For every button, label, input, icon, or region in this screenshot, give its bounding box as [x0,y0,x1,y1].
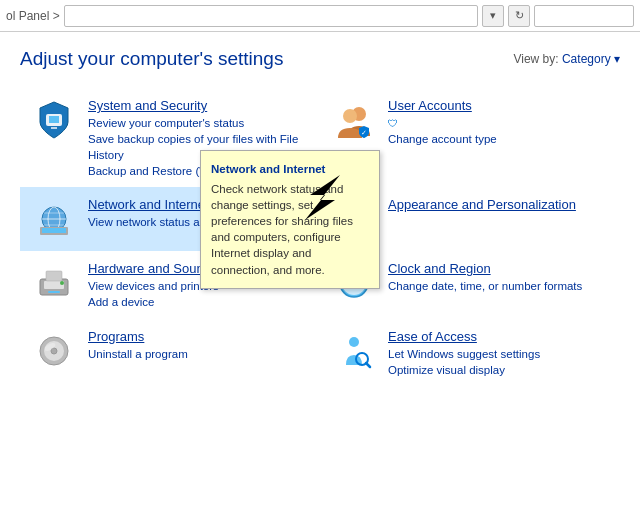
programs-name[interactable]: Programs [88,329,310,344]
svg-point-4 [343,109,357,123]
user-accounts-desc: 🛡 Change account type [388,115,610,147]
view-by-option[interactable]: Category [562,52,611,66]
refresh-btn[interactable]: ↻ [508,5,530,27]
user-accounts-name[interactable]: User Accounts [388,98,610,113]
svg-point-35 [349,337,359,347]
category-programs[interactable]: Programs Uninstall a program [20,319,320,386]
suggest-settings-link[interactable]: Let Windows suggest settings [388,346,610,362]
svg-text:✓: ✓ [361,129,367,136]
programs-text: Programs Uninstall a program [88,327,310,362]
change-account-type-link[interactable]: Change account type [388,131,610,147]
ease-desc: Let Windows suggest settings Optimize vi… [388,346,610,378]
header-row: Adjust your computer's settings View by:… [20,48,620,70]
review-status-link[interactable]: Review your computer's status [88,115,310,131]
ease-icon [330,327,378,375]
appearance-text: Appearance and Personalization [388,195,610,212]
optimize-display-link[interactable]: Optimize visual display [388,362,610,378]
programs-icon [30,327,78,375]
address-bar: ol Panel > ▾ ↻ [0,0,640,32]
ease-name[interactable]: Ease of Access [388,329,610,344]
ease-text: Ease of Access Let Windows suggest setti… [388,327,610,378]
svg-rect-24 [48,291,60,293]
change-date-link[interactable]: Change date, time, or number formats [388,278,610,294]
view-by: View by: Category ▾ [513,52,620,66]
view-by-label: View by: [513,52,558,66]
svg-point-25 [60,281,64,285]
appearance-name[interactable]: Appearance and Personalization [388,197,610,212]
category-ease[interactable]: Ease of Access Let Windows suggest setti… [320,319,620,386]
system-security-name[interactable]: System and Security [88,98,310,113]
user-accounts-text: User Accounts 🛡 Change account type [388,96,610,147]
user-accounts-icon: ✓ [330,96,378,144]
address-text: ol Panel > [6,9,60,23]
dropdown-btn[interactable]: ▾ [482,5,504,27]
clock-text: Clock and Region Change date, time, or n… [388,259,610,294]
svg-rect-23 [46,271,62,281]
control-panel-main: Adjust your computer's settings View by:… [0,32,640,512]
uninstall-link[interactable]: Uninstall a program [88,346,310,362]
search-input[interactable] [534,5,634,27]
svg-rect-1 [49,116,59,123]
shield-small-icon: 🛡 [388,118,398,129]
svg-marker-38 [305,175,340,220]
page-title: Adjust your computer's settings [20,48,283,70]
programs-desc: Uninstall a program [88,346,310,362]
svg-rect-2 [51,127,57,129]
system-security-icon [30,96,78,144]
network-icon [30,195,78,243]
clock-name[interactable]: Clock and Region [388,261,610,276]
address-input[interactable] [64,5,478,27]
hardware-icon [30,259,78,307]
add-device-link[interactable]: Add a device [88,294,310,310]
clock-desc: Change date, time, or number formats [388,278,610,294]
svg-line-37 [366,363,370,367]
svg-rect-12 [42,228,66,233]
view-by-dropdown-icon[interactable]: ▾ [614,52,620,66]
